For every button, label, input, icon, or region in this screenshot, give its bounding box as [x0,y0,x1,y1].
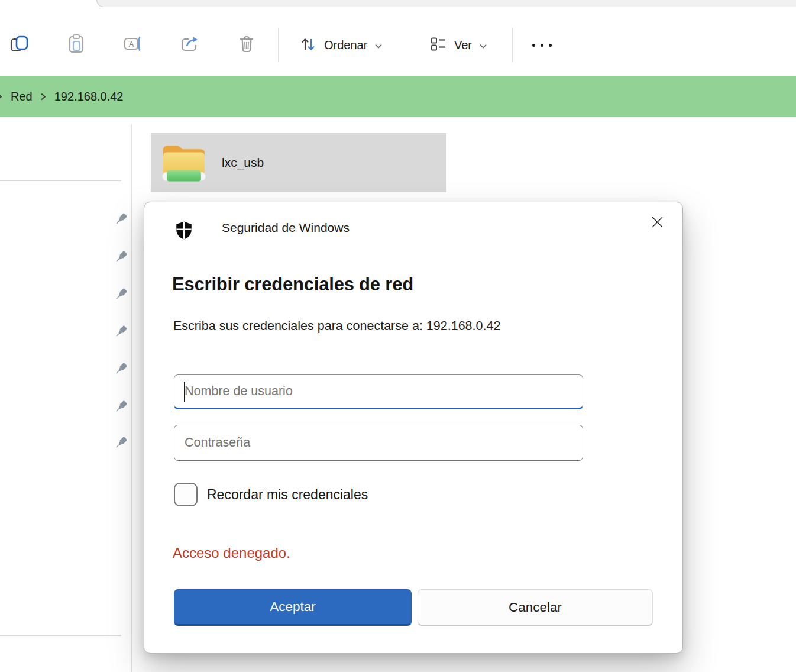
password-field-wrapper [174,425,583,461]
password-input[interactable] [174,425,583,461]
sidebar-separator-bottom [0,635,121,636]
file-explorer-window: A [0,0,796,672]
toolbar-divider [278,28,279,62]
svg-text:A: A [129,40,134,49]
paste-button[interactable] [61,30,92,60]
delete-icon [237,34,257,56]
close-icon [650,215,665,232]
windows-security-dialog: Seguridad de Windows Escribir credencial… [144,202,683,654]
folder-icon [159,138,209,188]
view-label: Ver [454,38,472,52]
windows-security-shield-icon [174,220,194,241]
breadcrumb-item-host[interactable]: 192.168.0.42 [51,88,127,106]
text-caret [184,382,185,402]
close-button[interactable] [644,210,670,236]
delete-button[interactable] [231,30,262,60]
chevron-right-icon [40,92,47,101]
more-options-button[interactable] [525,30,558,60]
tab-strip-edge [96,0,796,7]
command-toolbar: A [0,7,796,76]
chevron-down-icon [374,38,383,52]
rename-button[interactable]: A [118,30,149,60]
share-icon [179,34,200,56]
dialog-title: Escribir credenciales de red [172,274,413,295]
pin-icon[interactable] [114,399,128,414]
dialog-subtitle: Escriba sus credenciales para conectarse… [173,319,500,334]
pin-icon[interactable] [114,435,128,450]
pin-icon[interactable] [114,250,128,264]
folder-name: lxc_usb [222,156,264,170]
chevron-right-icon [0,92,4,101]
paste-icon [66,34,86,56]
sort-icon [299,35,317,56]
username-input[interactable] [174,374,583,409]
address-bar[interactable]: Red 192.168.0.42 [0,76,796,117]
pin-icon[interactable] [114,361,128,376]
sidebar-separator-top [0,180,121,181]
pin-icon[interactable] [114,324,128,339]
copy-icon [9,34,30,56]
sidebar-divider [131,124,132,672]
accept-button[interactable]: Aceptar [174,589,412,626]
remember-credentials-label: Recordar mis credenciales [207,487,368,503]
error-message: Acceso denegado. [173,545,290,561]
toolbar-divider [512,28,513,62]
view-icon [429,35,447,56]
pin-icon[interactable] [114,287,128,302]
username-field-wrapper [174,374,583,409]
folder-item-lxc-usb[interactable]: lxc_usb [151,133,446,192]
dialog-app-title: Seguridad de Windows [222,221,350,235]
view-button[interactable]: Ver [421,30,496,60]
rename-icon: A [123,34,144,56]
breadcrumb-item-red[interactable]: Red [7,88,36,106]
remember-credentials-checkbox[interactable] [174,483,198,506]
sort-button[interactable]: Ordenar [291,30,391,60]
cancel-button[interactable]: Cancelar [418,589,653,626]
remember-credentials-row[interactable]: Recordar mis credenciales [174,483,368,506]
sort-label: Ordenar [324,38,367,52]
copy-button[interactable] [4,30,35,60]
share-button[interactable] [174,30,205,60]
more-options-icon [532,44,552,47]
chevron-down-icon [479,38,487,52]
pin-icon[interactable] [114,212,128,227]
